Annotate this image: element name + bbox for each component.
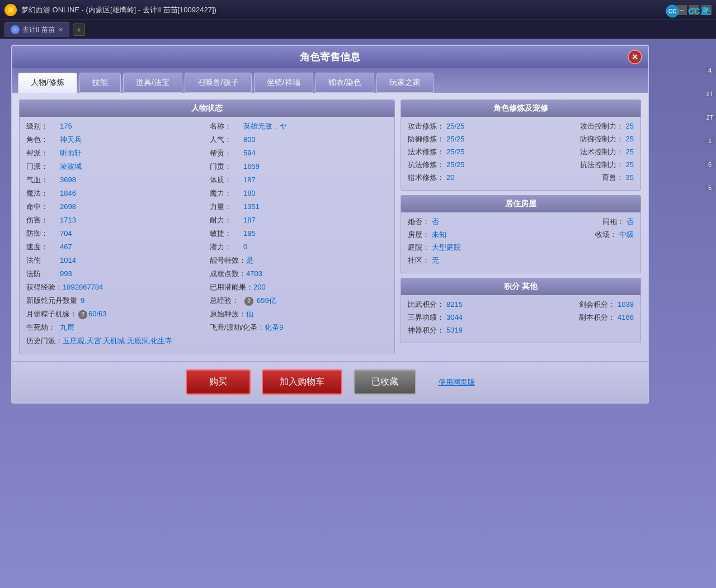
tab-character[interactable]: 人物/修炼 (18, 73, 77, 93)
tab-clothes-label: 锦衣/染色 (328, 78, 362, 87)
web-version-link[interactable]: 使用网页版 (439, 377, 475, 387)
housing-table: 婚否： 否 同袍： 否 房屋： 未知 (401, 212, 640, 273)
app-icon: 游 (4, 4, 17, 16)
buy-button[interactable]: 购买 (186, 369, 251, 395)
svg-text:CC: CC (668, 8, 676, 15)
char-row-constitution: 体质： 187 (210, 175, 388, 185)
housing-header: 居住房屋 (401, 196, 640, 212)
tab-home-label: 玩家之家 (389, 78, 421, 87)
char-row-exp: 获得经验： 1892867784 (26, 282, 204, 292)
char-row-spell-dmg: 法伤 1014 (26, 255, 204, 265)
svg-text:CC直播: CC直播 (688, 6, 710, 16)
tab-add-button[interactable]: + (73, 23, 85, 36)
cultivation-header: 角色修炼及宠修 (401, 100, 640, 117)
window-title: 梦幻西游 ONLINE - (内蒙区[雄鹰岭] - 去计II 苗苗[100924… (21, 5, 677, 15)
char-row-potential: 潜力： 0 (210, 242, 388, 252)
house-row-1: 房屋： 未知 牧场： 中级 (408, 230, 634, 240)
char-row-number-fx: 靓号特效： 是 (210, 255, 388, 265)
char-row-hp: 气血： 3698 (26, 175, 204, 185)
cult-row-1: 防御修炼： 25/25 防御控制力： 25 (408, 134, 634, 144)
content-area: 人物状态 级别： 175 角色： 神天兵 帮派： (12, 93, 648, 361)
char-row-endurance: 耐力： 187 (210, 215, 388, 225)
bottom-bar: 购买 加入购物车 已收藏 使用网页版 (12, 361, 648, 402)
dialog-window: 角色寄售信息 ✕ 人物/修炼 技能 道具/法宝 召唤兽/孩子 坐骑/祥瑞 (11, 45, 649, 404)
char-row-level: 级别： 175 (26, 121, 204, 131)
house-row-3: 社区： 无 (408, 255, 634, 265)
cult-row-2: 法术修炼： 25/25 法术控制力： 25 (408, 147, 634, 157)
housing-section: 居住房屋 婚否： 否 同袍： 否 (401, 195, 641, 273)
char-row-hit: 命中： 2698 (26, 202, 204, 212)
tab-items[interactable]: 道具/法宝 (123, 73, 182, 93)
cult-row-3: 抗法修炼： 25/25 抗法控制力： 25 (408, 160, 634, 170)
cultivation-table: 攻击修炼： 25/25 攻击控制力： 25 防御修炼： 25/25 (401, 117, 640, 190)
tab-mounts-label: 坐骑/祥瑞 (267, 78, 300, 87)
scores-header: 积分 其他 (401, 278, 640, 295)
close-icon: ✕ (632, 53, 638, 61)
question-icon-exp: ? (244, 297, 253, 306)
main-content: 角色寄售信息 ✕ 人物/修炼 技能 道具/法宝 召唤兽/孩子 坐骑/祥瑞 (0, 39, 716, 588)
side-num-6: 6 (705, 161, 715, 168)
char-row-role: 角色： 神天兵 (26, 135, 204, 145)
score-row-0: 比武积分： 8215 剑会积分： 1038 (408, 300, 634, 310)
tab-skills-label: 技能 (92, 78, 108, 87)
tab-bar: 去计II 苗苗 ✕ + (0, 20, 716, 39)
char-row-dan: 新版乾元丹数量 9 (26, 296, 204, 306)
tab-pets[interactable]: 召唤兽/孩子 (185, 73, 252, 93)
char-row-total-exp: 总经验： ? 659亿 (210, 296, 388, 306)
title-bar: 游 梦幻西游 ONLINE - (内蒙区[雄鹰岭] - 去计II 苗苗[1009… (0, 0, 716, 20)
question-icon-cake: ? (78, 310, 87, 319)
tab-close-button[interactable]: ✕ (58, 26, 63, 34)
dialog-title: 角色寄售信息 (300, 51, 360, 63)
char-row-race: 原始种族： 仙 (210, 309, 388, 319)
char-row-name: 名称： 英雄无敌．ヤ (210, 121, 388, 131)
char-left-col: 级别： 175 角色： 神天兵 帮派： 听雨轩 门派： (26, 121, 204, 349)
char-row-cake: 月饼粽子机缘： ? 60/63 (26, 309, 204, 319)
char-row-gang: 帮派： 听雨轩 (26, 148, 204, 158)
char-row-sect: 门派： 凌波城 (26, 162, 204, 172)
char-row-gang-contrib: 帮贡： 594 (210, 148, 388, 158)
char-row-potential-used: 已用潜能果： 200 (210, 282, 388, 292)
cult-row-4: 猎术修炼： 20 育兽： 35 (408, 173, 634, 183)
char-row-strength: 力量： 1351 (210, 202, 388, 212)
house-row-0: 婚否： 否 同袍： 否 (408, 217, 634, 227)
side-number-panel: 4 2T 2T 1 6 5 (705, 67, 715, 191)
scores-table: 比武积分： 8215 剑会积分： 1038 三界功绩： 3044 (401, 295, 640, 343)
tab-mounts[interactable]: 坐骑/祥瑞 (254, 73, 313, 93)
char-row-speed: 速度： 467 (26, 242, 204, 252)
side-num-2t1: 2T (705, 91, 715, 97)
tab-item[interactable]: 去计II 苗苗 ✕ (4, 22, 69, 37)
tab-items-label: 道具/法宝 (136, 78, 169, 87)
house-row-2: 庭院： 大型庭院 (408, 243, 634, 253)
tab-pets-label: 召唤兽/孩子 (197, 78, 239, 87)
dialog-close-button[interactable]: ✕ (628, 50, 642, 64)
side-num-2t2: 2T (705, 114, 715, 121)
nav-tabs: 人物/修炼 技能 道具/法宝 召唤兽/孩子 坐骑/祥瑞 锦衣/染色 玩家之家 (12, 68, 648, 93)
tab-skills[interactable]: 技能 (79, 73, 121, 93)
tab-character-label: 人物/修炼 (31, 78, 64, 87)
dialog-titlebar: 角色寄售信息 ✕ (12, 46, 648, 68)
char-row-agility: 敏捷： 185 (210, 229, 388, 239)
character-status-panel: 人物状态 级别： 175 角色： 神天兵 帮派： (19, 99, 395, 354)
char-row-sect-contrib: 门贡： 1659 (210, 162, 388, 172)
cc-logo: CC CC直播 (666, 4, 710, 21)
char-row-mana: 魔力： 180 (210, 188, 388, 198)
collected-button[interactable]: 已收藏 (354, 369, 416, 395)
char-row-mp: 魔法： 1846 (26, 188, 204, 198)
char-right-col: 名称： 英雄无敌．ヤ 人气： 800 帮贡： 594 门贡： (210, 121, 388, 349)
char-row-fate: 生死劫： 九层 (26, 323, 204, 333)
scores-section: 积分 其他 比武积分： 8215 剑会积分： 1038 (401, 278, 641, 343)
cultivation-section: 角色修炼及宠修 攻击修炼： 25/25 攻击控制力： 25 (401, 99, 641, 191)
tab-clothes[interactable]: 锦衣/染色 (315, 73, 375, 93)
char-row-history: 历史门派： 五庄观,天宫,天机城,无底洞,化生寺 (26, 336, 204, 346)
char-row-achievement: 成就点数： 4703 (210, 269, 388, 279)
score-row-1: 三界功绩： 3044 副本积分： 4166 (408, 312, 634, 323)
character-status-header: 人物状态 (20, 100, 394, 117)
score-row-2: 神器积分： 5319 (408, 325, 634, 335)
add-cart-button[interactable]: 加入购物车 (262, 369, 342, 395)
side-num-1: 1 (705, 137, 715, 144)
tab-home[interactable]: 玩家之家 (376, 73, 434, 93)
right-panel: 角色修炼及宠修 攻击修炼： 25/25 攻击控制力： 25 (401, 99, 641, 354)
char-row-ascend: 飞升/渡劫/化圣： 化圣9 (210, 323, 388, 333)
char-row-popularity: 人气： 800 (210, 135, 388, 145)
tab-avatar-icon (11, 25, 20, 34)
